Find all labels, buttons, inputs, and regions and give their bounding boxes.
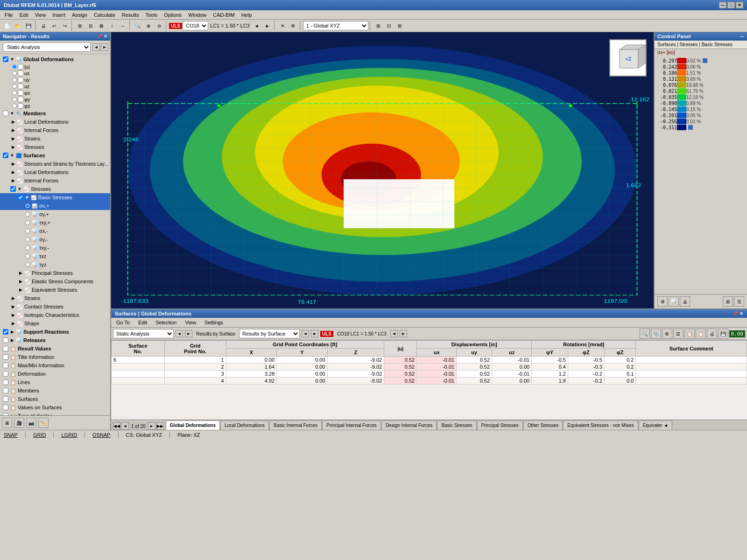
cb-phiz[interactable]	[18, 103, 23, 109]
tree-strains-m[interactable]: ▶ 📈 Strains	[0, 134, 110, 143]
cb-surfaces[interactable]	[3, 153, 8, 158]
tree-sigma-y-minus[interactable]: 📊 σy,-	[0, 235, 110, 244]
radio-ux[interactable]	[12, 71, 17, 76]
radio-sigma-y-plus[interactable]	[25, 212, 30, 217]
tab-equivalent-stresses-von-mises[interactable]: Equivalent Stresses - von Mises	[563, 420, 638, 430]
tree-stresses-strains-by-thick[interactable]: ▶ 📈 Stresses and Strains by Thickness La…	[0, 160, 110, 168]
toggle-stresses-m[interactable]: ▶	[10, 144, 16, 150]
cb-uy[interactable]	[18, 77, 23, 83]
bottom-goto-btn[interactable]: Go To	[113, 319, 133, 326]
tb-btn-11[interactable]: ✕	[277, 21, 288, 31]
bottom-analysis-combo[interactable]: Static Analysis	[113, 329, 174, 338]
toggle-support-reactions[interactable]: ▶	[9, 329, 15, 335]
tb-redo[interactable]: ↪	[60, 21, 70, 31]
cb-lines-node[interactable]	[3, 379, 8, 385]
radio-uy[interactable]	[12, 77, 17, 82]
radio-tau-xy-plus[interactable]	[25, 220, 30, 225]
tree-uz[interactable]: uz	[0, 83, 110, 90]
menu-help[interactable]: Help	[239, 12, 255, 18]
tb-btn-10[interactable]: ⊖	[154, 21, 164, 31]
tab-local-deformations[interactable]: Local Deformations	[220, 420, 269, 430]
toggle-principal-stresses[interactable]: ▶	[18, 270, 23, 276]
tb-btn-3[interactable]: ⊞	[75, 21, 85, 31]
tree-members[interactable]: ▼ 🔧 Members	[0, 109, 110, 118]
status-snap[interactable]: SNAP	[4, 432, 18, 438]
cb-values-on-surfaces[interactable]	[3, 405, 8, 410]
tree-internal-forces-m[interactable]: ▶ 📈 Internal Forces	[0, 126, 110, 134]
view-cube[interactable]: +Z	[609, 39, 647, 77]
cp-btn-grid[interactable]: ⊞	[723, 296, 733, 307]
menu-assign[interactable]: Assign	[69, 12, 90, 18]
tree-releases[interactable]: ▶ 📊 Releases	[0, 336, 110, 344]
cb-phix[interactable]	[18, 90, 23, 96]
radio-sigma-y-minus[interactable]	[25, 237, 30, 242]
toggle-internal-forces-s[interactable]: ▶	[10, 178, 16, 183]
menu-options[interactable]: Options	[161, 12, 184, 18]
tab-other-stresses[interactable]: Other Stresses	[523, 420, 563, 430]
tree-surfaces[interactable]: ▼ 🟦 Surfaces	[0, 151, 110, 160]
bottom-icon-8[interactable]: 💾	[718, 329, 728, 339]
tree-strains-s[interactable]: ▶ 📈 Strains	[0, 294, 110, 302]
tree-contact-stresses[interactable]: ▶ 📈 Contact Stresses	[0, 302, 110, 311]
bottom-icon-2[interactable]: 📎	[651, 329, 661, 339]
tree-tau-xz[interactable]: 📊 τxz	[0, 252, 110, 260]
menu-edit[interactable]: Edit	[17, 12, 31, 18]
nav-bottom-btn-3[interactable]: 📷	[26, 418, 36, 428]
tree-basic-stresses[interactable]: ▼ 📈 Basic Stresses	[0, 193, 110, 202]
radio-phix[interactable]	[12, 91, 17, 95]
tree-shape[interactable]: ▶ 📈 Shape	[0, 319, 110, 328]
tb-btn-9[interactable]: ⊕	[143, 21, 154, 31]
bottom-icon-1[interactable]: 🔍	[640, 329, 650, 339]
tree-members-node[interactable]: 📋 Members	[0, 386, 110, 395]
status-lgrid[interactable]: LGRID	[61, 432, 77, 438]
toggle-strains-m[interactable]: ▶	[10, 136, 16, 141]
cb-ux[interactable]	[18, 70, 23, 76]
bottom-icon-5[interactable]: 📋	[684, 329, 695, 339]
nav-bottom-btn-2[interactable]: 🎥	[14, 418, 24, 428]
toggle-contact-stresses[interactable]: ▶	[10, 304, 16, 309]
page-first-btn[interactable]: ◀◀	[113, 422, 120, 430]
tb-btn-5[interactable]: ⊠	[96, 21, 106, 31]
tb-btn-15[interactable]: ⊞	[395, 21, 405, 31]
tree-sigma-x-minus[interactable]: 📊 σx,-	[0, 227, 110, 235]
tree-elastic-stress[interactable]: ▶ 📈 Elastic Stress Components	[0, 277, 110, 286]
cb-support-reactions[interactable]	[3, 329, 8, 335]
tb-btn-7[interactable]: ↔	[118, 21, 128, 31]
bottom-icon-7[interactable]: 🖨	[707, 329, 717, 339]
tree-ux[interactable]: ux	[0, 70, 110, 77]
cb-deformation[interactable]	[3, 371, 8, 377]
nav-next-btn[interactable]: ►	[101, 43, 108, 51]
tree-surfaces-node[interactable]: 📋 Surfaces	[0, 395, 110, 403]
nav-bottom-btn-1[interactable]: 🖥	[2, 418, 12, 428]
tree-sigma-x-plus[interactable]: 📊 σx,+	[0, 202, 110, 210]
radio-phiy[interactable]	[12, 97, 17, 102]
cb-members-node[interactable]	[3, 388, 8, 393]
tree-values-on-surfaces[interactable]: 📋 Values on Surfaces	[0, 403, 110, 412]
bottom-results-combo[interactable]: Results by Surface	[239, 329, 300, 338]
tree-deformation[interactable]: 📋 Deformation	[0, 370, 110, 378]
bottom-icon-3[interactable]: ⚙	[662, 329, 672, 339]
tab-global-deformations[interactable]: Global Deformations	[166, 420, 220, 430]
menu-tools[interactable]: Tools	[142, 12, 160, 18]
toggle-internal-forces-m[interactable]: ▶	[10, 127, 16, 133]
tab-equivaler[interactable]: Equivaler ◄	[639, 420, 672, 430]
cb-releases[interactable]	[3, 337, 8, 343]
bottom-next2-btn[interactable]: ►	[311, 330, 318, 337]
radio-phiz[interactable]	[12, 104, 17, 108]
status-grid[interactable]: GRID	[33, 432, 46, 438]
bottom-icon-6[interactable]: 📋	[696, 329, 706, 339]
bottom-settings-btn[interactable]: Settings	[201, 319, 226, 326]
radio-tau-xz[interactable]	[25, 254, 30, 259]
tree-stresses-s[interactable]: ▼ 📈 Stresses	[0, 185, 110, 193]
tree-type-of-display[interactable]: 📋 Type of display	[0, 412, 110, 415]
page-last-btn[interactable]: ▶▶	[156, 422, 164, 430]
nav-analysis-dropdown[interactable]: Static Analysis	[3, 42, 91, 52]
radio-tau-xy-minus[interactable]	[25, 245, 30, 250]
cb-uz[interactable]	[18, 84, 23, 89]
tree-u-abs[interactable]: |u|	[0, 63, 110, 70]
nav-prev-btn[interactable]: ◄	[92, 43, 100, 51]
bottom-close-btn[interactable]: ✕	[740, 311, 743, 316]
tree-principal-stresses[interactable]: ▶ 📈 Principal Stresses	[0, 269, 110, 277]
menu-calculate[interactable]: Calculate	[91, 12, 118, 18]
toggle-basic-stresses[interactable]: ▼	[24, 195, 30, 200]
